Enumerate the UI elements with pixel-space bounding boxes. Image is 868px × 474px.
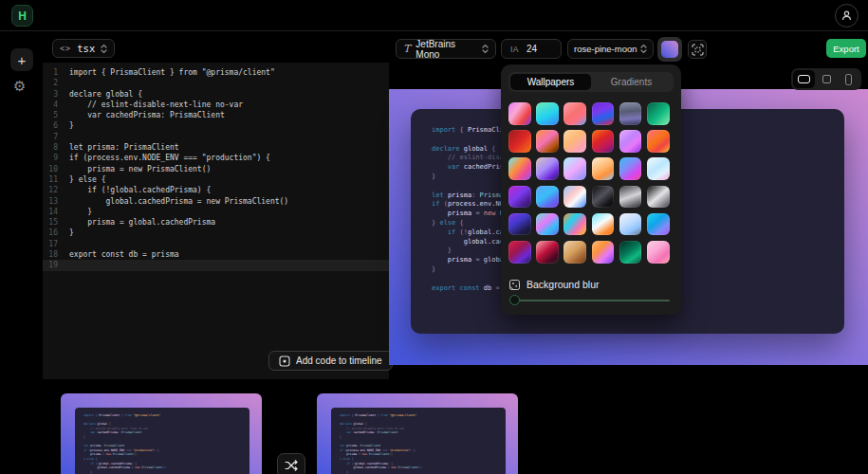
code-line[interactable]: 3declare global { [43, 89, 389, 100]
code-line[interactable]: 12 if (!global.cachedPrisma) { [43, 185, 389, 195]
wallpaper-thumbnail-15[interactable] [563, 157, 586, 180]
line-text [69, 260, 74, 270]
app-logo[interactable]: H [11, 5, 33, 27]
wallpaper-thumbnail-9[interactable] [563, 130, 586, 153]
wallpaper-thumbnail-30[interactable] [647, 213, 670, 236]
plus-icon: + [18, 52, 27, 68]
wallpaper-thumbnail-11[interactable] [619, 130, 642, 153]
line-text: import { PrismaClient } from "@prisma/cl… [69, 67, 275, 78]
code-brackets-icon: <> [60, 44, 71, 53]
code-line[interactable]: 7 [43, 132, 389, 142]
line-number: 8 [43, 142, 58, 153]
wallpaper-thumbnail-32[interactable] [536, 241, 559, 264]
line-number: 2 [43, 78, 58, 88]
line-text: var cachedPrisma: PrismaClient [69, 110, 225, 120]
wallpaper-thumbnail-28[interactable] [592, 213, 615, 236]
wallpaper-thumbnail-12[interactable] [647, 130, 670, 153]
settings-gear-icon[interactable]: ⚙ [13, 79, 26, 93]
code-line[interactable]: 14 } [43, 207, 389, 217]
code-line[interactable]: 11} else { [43, 174, 389, 185]
wallpaper-thumbnail-5[interactable] [619, 102, 642, 125]
wallpaper-thumbnail-17[interactable] [619, 157, 642, 180]
wallpaper-thumbnail-34[interactable] [592, 241, 615, 264]
code-line[interactable]: 16} [43, 228, 389, 238]
font-family-select[interactable]: T JetBrains Mono [396, 39, 496, 59]
blur-slider-track[interactable] [509, 300, 670, 301]
font-size-input[interactable]: IA 24 [501, 39, 562, 59]
insert-frame-icon [279, 356, 290, 367]
tab-gradients[interactable]: Gradients [591, 74, 672, 90]
timeline-slide-2[interactable]: import { PrismaClient } from "@prisma/cl… [317, 393, 518, 474]
wallpaper-thumbnail-31[interactable] [508, 241, 531, 264]
wallpaper-thumbnail-18[interactable] [647, 157, 670, 180]
desktop-icon [798, 75, 810, 83]
wallpaper-thumbnail-7[interactable] [508, 130, 531, 153]
code-line[interactable]: 4 // eslint-disable-next-line no-var [43, 100, 389, 110]
line-number: 9 [43, 153, 58, 163]
wallpaper-thumbnail-25[interactable] [508, 213, 531, 236]
wallpaper-thumbnail-24[interactable] [647, 186, 670, 209]
wallpaper-thumbnail-26[interactable] [536, 213, 559, 236]
device-phone-button[interactable] [838, 70, 859, 88]
transition-shuffle-button[interactable] [277, 453, 305, 474]
user-avatar-button[interactable] [835, 4, 859, 27]
add-code-to-timeline-button[interactable]: Add code to timeline [268, 351, 393, 371]
timeline-slide-1[interactable]: import { PrismaClient } from "@prisma/cl… [61, 393, 262, 474]
code-line[interactable]: 13 global.cachedPrisma = new PrismaClien… [43, 196, 389, 207]
wallpaper-thumbnail-3[interactable] [563, 102, 586, 125]
wallpaper-thumbnail-19[interactable] [508, 186, 531, 209]
theme-select[interactable]: rose-pine-moon [567, 39, 654, 59]
code-line[interactable]: 15 prisma = global.cachedPrisma [43, 217, 389, 228]
code-line[interactable]: 1import { PrismaClient } from "@prisma/c… [43, 67, 389, 78]
code-line[interactable]: 5 var cachedPrisma: PrismaClient [43, 110, 389, 120]
wallpaper-thumbnail-33[interactable] [563, 241, 586, 264]
wallpaper-thumbnail-10[interactable] [592, 130, 615, 153]
code-line[interactable]: 9if (process.env.NODE_ENV === "productio… [43, 153, 389, 163]
wallpaper-thumbnail-29[interactable] [619, 213, 642, 236]
wallpaper-thumbnail-13[interactable] [508, 157, 531, 180]
wallpaper-grid [508, 102, 674, 264]
gradient-swatch [661, 41, 678, 58]
line-text: // eslint-disable-next-line no-var [69, 100, 243, 110]
code-line[interactable]: 19 [43, 260, 389, 270]
wallpaper-thumbnail-2[interactable] [536, 102, 559, 125]
device-tablet-button[interactable] [816, 70, 838, 88]
add-code-label: Add code to timeline [296, 356, 382, 366]
wallpaper-thumbnail-14[interactable] [536, 157, 559, 180]
background-swatch-button[interactable] [657, 37, 682, 62]
wallpaper-thumbnail-21[interactable] [563, 186, 586, 209]
chevron-updown-icon [640, 44, 647, 54]
code-line[interactable]: 6} [43, 120, 389, 131]
tab-wallpapers[interactable]: Wallpapers [510, 74, 591, 90]
wallpaper-thumbnail-6[interactable] [647, 102, 670, 125]
font-size-value: 24 [526, 44, 537, 54]
wallpaper-thumbnail-16[interactable] [592, 157, 615, 180]
line-number: 6 [43, 120, 58, 131]
topbar-divider [0, 30, 868, 31]
wallpaper-thumbnail-20[interactable] [536, 186, 559, 209]
language-select[interactable]: <> tsx [52, 39, 115, 58]
code-line[interactable]: 8let prisma: PrismaClient [43, 142, 389, 153]
wallpaper-thumbnail-4[interactable] [592, 102, 615, 125]
wallpaper-thumbnail-35[interactable] [619, 241, 642, 264]
export-button[interactable]: Export [826, 39, 866, 58]
new-snippet-button[interactable]: + [10, 48, 33, 71]
code-line[interactable]: 2 [43, 78, 389, 88]
code-line[interactable]: 17 [43, 239, 389, 249]
frame-selection-button[interactable] [688, 40, 707, 59]
wallpaper-thumbnail-27[interactable] [563, 213, 586, 236]
wallpaper-thumbnail-22[interactable] [592, 186, 615, 209]
wallpaper-thumbnail-1[interactable] [508, 102, 531, 125]
code-line[interactable]: 18export const db = prisma [43, 249, 389, 260]
line-number: 15 [43, 217, 58, 228]
code-line[interactable]: 10 prisma = new PrismaClient() [43, 164, 389, 174]
line-number: 10 [43, 164, 58, 174]
line-number: 16 [43, 228, 58, 238]
blur-slider-knob[interactable] [509, 295, 520, 305]
wallpaper-thumbnail-36[interactable] [647, 241, 670, 264]
thumbnail-code: import { PrismaClient } from "@prisma/cl… [340, 413, 506, 474]
code-editor[interactable]: 1import { PrismaClient } from "@prisma/c… [43, 63, 389, 379]
device-desktop-button[interactable] [793, 70, 815, 88]
wallpaper-thumbnail-23[interactable] [619, 186, 642, 209]
wallpaper-thumbnail-8[interactable] [536, 130, 559, 153]
